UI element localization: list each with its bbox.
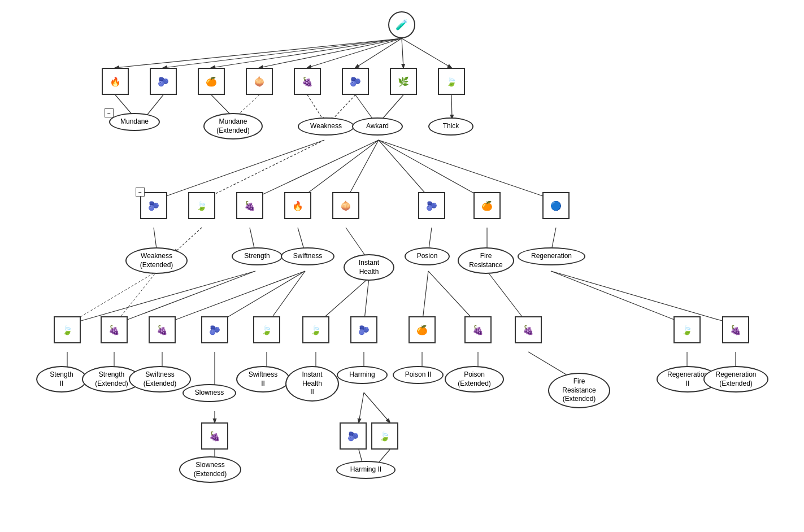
box-s2: 🍃 <box>54 316 81 343</box>
ing-box-2: 🫐 <box>150 68 177 95</box>
box-harm: 🫐 <box>350 316 377 343</box>
box-strength: 🍇 <box>236 192 263 219</box>
fre-ext-label: FireResistance(Extended) <box>562 377 596 404</box>
ing-box-6: 🫐 <box>342 68 369 95</box>
box-pe: 🍇 <box>464 316 492 343</box>
box-r2: 🍃 <box>673 316 701 343</box>
svg-line-21 <box>346 140 379 200</box>
harming2-node: Harming II <box>336 461 396 479</box>
swiftness-label: Swiftness <box>293 252 322 261</box>
box-swiftness: 🔥 <box>284 192 311 219</box>
thick-node: Thick <box>428 117 473 136</box>
ing-box-3: 🍊 <box>198 68 225 95</box>
weakness-ellipse: Weakness <box>298 117 354 136</box>
ing-box-8: 🍃 <box>438 68 465 95</box>
box-slow: 🫐 <box>201 316 228 343</box>
swiftness-node: Swiftness <box>281 247 334 265</box>
box-ihealth: 🧅 <box>332 192 359 219</box>
weakness-label: Weakness <box>310 122 342 131</box>
diagram: 🧪 🔥 🫐 🍊 🧅 🍇 🫐 🌿 🍃 − Mundane Mundane(Exte… <box>0 0 804 532</box>
swiftness2-node: SwiftnessII <box>236 366 290 393</box>
poison2-label: Poison II <box>405 370 432 380</box>
svg-line-0 <box>115 38 402 68</box>
strength2-label: StengthII <box>50 370 73 388</box>
thick-label: Thick <box>443 122 459 131</box>
svg-line-5 <box>355 38 402 68</box>
mundane-node: − Mundane <box>109 113 160 131</box>
ing-box-4: 🧅 <box>246 68 273 95</box>
awkard-label: Awkard <box>366 122 389 131</box>
weakness-ext-ellipse: Weakness(Extended) <box>125 247 188 274</box>
box-harm2a: 🫐 <box>340 422 367 450</box>
box-harm2b: 🍃 <box>371 422 398 450</box>
svg-line-18 <box>202 140 324 200</box>
box-poison: 🫐 <box>418 192 445 219</box>
ihealth2-ellipse: InstantHealthII <box>285 366 339 402</box>
box-fireresist: 🍊 <box>473 192 501 219</box>
fre-ext-node: FireResistance(Extended) <box>548 373 610 408</box>
svg-line-62 <box>364 393 390 422</box>
poison-label: Posion <box>417 252 438 261</box>
regen-label: Regeneration <box>531 252 572 261</box>
svg-line-19 <box>250 140 379 200</box>
awkard-ellipse: Awkard <box>352 117 403 136</box>
slowness-ext-label: Slowness(Extended) <box>194 461 227 478</box>
box-weakness-1: − 🫐 <box>140 192 167 219</box>
strength-ellipse: Strength <box>232 247 283 265</box>
strength-label: Strength <box>244 252 270 261</box>
swiftness-ext-node: Swiftness(Extended) <box>129 366 191 393</box>
ing-box-7: 🌿 <box>390 68 417 95</box>
box-sw3: 🍃 <box>253 316 280 343</box>
box-slow-ext: 🍇 <box>201 422 228 450</box>
ihealth2-label: InstantHealthII <box>302 370 322 397</box>
mundane-ellipse: Mundane <box>109 113 160 131</box>
weakness-ext-label: Weakness(Extended) <box>140 252 173 269</box>
regen-ext-label: Regeneration(Extended) <box>715 370 756 388</box>
awkard-node: Awkard <box>352 117 403 136</box>
slowness-node: Slowness <box>182 384 236 402</box>
swiftness2-label: SwiftnessII <box>249 370 277 388</box>
fireresist-label: FireResistance <box>469 252 502 269</box>
box-weakness-2: 🍃 <box>188 192 215 219</box>
ihealth-ellipse: InstantHealth <box>344 254 394 281</box>
svg-line-43 <box>551 271 687 325</box>
root-node: 🧪 <box>388 11 415 38</box>
svg-line-22 <box>379 140 432 200</box>
ihealth-node: InstantHealth <box>344 254 394 281</box>
svg-line-7 <box>402 38 451 68</box>
svg-line-6 <box>402 38 403 68</box>
ing-box-5: 🍇 <box>294 68 321 95</box>
ing-box-1: 🔥 <box>102 68 129 95</box>
slowness-label: Slowness <box>195 389 224 398</box>
regen-ellipse: Regeneration <box>518 247 585 265</box>
svg-line-44 <box>551 271 736 325</box>
weakness-ext-node: Weakness(Extended) <box>125 247 188 274</box>
box-re: 🍇 <box>722 316 749 343</box>
harming-ellipse: Harming <box>337 366 388 384</box>
poison2-ellipse: Poison II <box>393 366 444 384</box>
ihealth2-node: InstantHealthII <box>285 366 339 402</box>
thick-ellipse: Thick <box>428 117 473 136</box>
slowness-ellipse: Slowness <box>182 384 236 402</box>
strength-ext-label: Strength(Extended) <box>95 370 128 388</box>
svg-line-3 <box>259 38 402 68</box>
fireresist-node: FireResistance <box>458 247 514 274</box>
strength-node: Strength <box>232 247 283 265</box>
box-s3: 🍇 <box>101 316 128 343</box>
mundane-ext-label: Mundane(Extended) <box>216 117 250 135</box>
svg-line-1 <box>163 38 402 68</box>
svg-line-15 <box>451 95 452 119</box>
poison2-node: Poison II <box>393 366 444 384</box>
harming-label: Harming <box>349 370 375 380</box>
regen2-label: RegenerationII <box>667 370 708 388</box>
swiftness-ellipse: Swiftness <box>281 247 334 265</box>
fireresist-ellipse: FireResistance <box>458 247 514 274</box>
regen-ext-ellipse: Regeneration(Extended) <box>703 366 768 393</box>
fre-ext-ellipse: FireResistance(Extended) <box>548 373 610 408</box>
regen-ext-node: Regeneration(Extended) <box>703 366 768 393</box>
svg-line-24 <box>379 140 556 200</box>
poison-node: Posion <box>405 247 450 265</box>
svg-line-23 <box>379 140 487 200</box>
regen-node: Regeneration <box>518 247 585 265</box>
mundane-ext-ellipse: Mundane(Extended) <box>203 113 263 139</box>
